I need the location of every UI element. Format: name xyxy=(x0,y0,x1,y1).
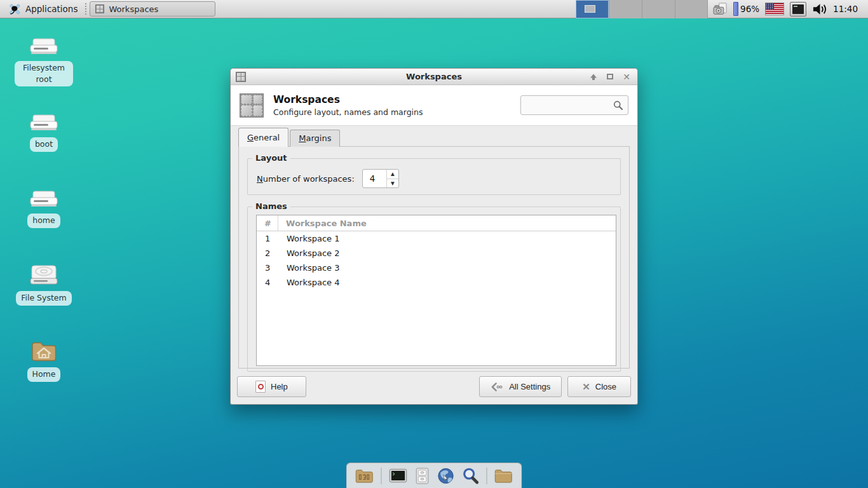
names-group: Names # Workspace Name 1 Workspace 1 2 W… xyxy=(247,207,621,372)
pager-workspace-1[interactable] xyxy=(576,0,609,18)
tab-general-label: General xyxy=(247,133,280,142)
general-tab-page: Layout Number of workspaces: 4 ▲ ▼ Names xyxy=(238,146,630,369)
shade-up-icon[interactable] xyxy=(589,72,598,81)
battery-indicator[interactable]: 96% xyxy=(733,2,759,16)
top-panel: Applications Workspaces 96% 11:4 xyxy=(0,0,868,18)
terminal-icon[interactable] xyxy=(389,468,408,484)
desktop-icon-label: Filesystem root xyxy=(15,61,73,86)
dialog-titlebar[interactable]: Workspaces ✕ xyxy=(231,69,637,85)
row-number: 4 xyxy=(257,278,278,287)
desktop-icon-boot[interactable]: boot xyxy=(9,113,79,152)
dock-separator xyxy=(381,468,382,484)
window-title: Workspaces xyxy=(231,72,637,81)
dialog-button-bar: Help All Settings ✕ Close xyxy=(237,376,631,397)
row-number: 2 xyxy=(257,248,278,258)
screenshot-camera-icon[interactable] xyxy=(713,3,728,16)
table-header[interactable]: # Workspace Name xyxy=(257,215,616,231)
workspace-pager xyxy=(576,0,708,18)
keyboard-layout-icon[interactable] xyxy=(790,2,806,17)
battery-bar-icon xyxy=(733,2,738,16)
tab-margins-label: Margins xyxy=(299,133,331,143)
table-row[interactable]: 1 Workspace 1 xyxy=(257,231,616,246)
close-x-icon: ✕ xyxy=(582,381,590,393)
file-manager-icon[interactable] xyxy=(415,467,430,485)
names-group-title: Names xyxy=(252,201,290,211)
clock[interactable]: 11:40 xyxy=(833,4,860,14)
dialog-header: Workspaces Configure layout, names and m… xyxy=(231,85,637,126)
row-number: 1 xyxy=(257,234,278,243)
bottom-dock xyxy=(346,463,522,488)
close-button[interactable]: ✕ Close xyxy=(567,376,631,397)
disc-drive-icon xyxy=(29,263,59,287)
help-icon xyxy=(255,381,266,393)
drive-icon xyxy=(29,189,59,210)
all-settings-button[interactable]: All Settings xyxy=(479,376,562,397)
system-tray: 96% 11:40 xyxy=(708,2,868,17)
web-browser-icon[interactable] xyxy=(437,467,455,485)
tab-margins[interactable]: Margins xyxy=(290,130,340,147)
pager-workspace-3[interactable] xyxy=(642,0,675,18)
xfce-mouse-icon xyxy=(8,3,21,16)
desktop-icon-label: home xyxy=(27,214,60,228)
us-flag-icon[interactable] xyxy=(765,3,784,15)
drive-icon xyxy=(29,113,59,133)
column-header-number[interactable]: # xyxy=(257,215,278,231)
dialog-subtitle: Configure layout, names and margins xyxy=(273,107,423,117)
folder-icon[interactable] xyxy=(494,468,513,484)
row-number: 3 xyxy=(257,263,278,273)
applications-menu-button[interactable]: Applications xyxy=(0,0,84,18)
pager-workspace-2[interactable] xyxy=(609,0,642,18)
search-field[interactable] xyxy=(520,95,628,115)
workspace-names-table: # Workspace Name 1 Workspace 1 2 Workspa… xyxy=(256,215,616,366)
row-name: Workspace 4 xyxy=(278,278,339,287)
desktop-icon-home[interactable]: Home xyxy=(9,339,79,382)
layout-group: Layout Number of workspaces: 4 ▲ ▼ xyxy=(247,158,621,195)
desktop-icon-home-drive[interactable]: home xyxy=(9,189,79,228)
desktop-icon-file-system[interactable]: File System xyxy=(9,263,79,306)
column-header-name[interactable]: Workspace Name xyxy=(278,215,367,231)
table-row[interactable]: 4 Workspace 4 xyxy=(257,275,616,290)
panel-separator xyxy=(85,3,86,15)
spin-down-button[interactable]: ▼ xyxy=(387,179,398,188)
pager-window-preview xyxy=(585,5,595,13)
workspace-count-spinner[interactable]: 4 ▲ ▼ xyxy=(362,169,399,188)
volume-icon[interactable] xyxy=(812,3,827,16)
layout-group-title: Layout xyxy=(252,153,290,163)
search-icon xyxy=(613,100,623,111)
drive-icon xyxy=(29,37,59,57)
pager-workspace-4[interactable] xyxy=(675,0,708,18)
keyboard-screen xyxy=(792,4,804,14)
dialog-title: Workspaces xyxy=(273,94,423,105)
workspaces-icon xyxy=(240,93,264,118)
help-button[interactable]: Help xyxy=(237,376,306,397)
row-name: Workspace 3 xyxy=(278,263,339,273)
applications-label: Applications xyxy=(25,4,78,14)
tab-general[interactable]: General xyxy=(238,128,288,147)
application-finder-icon[interactable] xyxy=(462,467,480,485)
workspaces-mini-icon xyxy=(95,4,104,13)
row-name: Workspace 1 xyxy=(278,234,339,243)
close-icon[interactable]: ✕ xyxy=(622,72,631,81)
desktop-icon-filesystem-root[interactable]: Filesystem root xyxy=(9,37,79,86)
spin-up-button[interactable]: ▲ xyxy=(387,170,398,179)
table-row[interactable]: 3 Workspace 3 xyxy=(257,261,616,275)
workspaces-dialog: Workspaces ✕ Workspaces Configure layout… xyxy=(230,68,638,405)
directory-menu-icon[interactable] xyxy=(355,468,374,484)
workspace-count-value[interactable]: 4 xyxy=(363,170,386,187)
desktop-icon-label: File System xyxy=(16,291,72,306)
flag-canton xyxy=(766,3,774,10)
battery-percent: 96% xyxy=(740,4,759,14)
table-row[interactable]: 2 Workspace 2 xyxy=(257,246,616,261)
tab-bar: General Margins xyxy=(238,128,630,147)
home-folder-icon xyxy=(30,339,58,363)
help-button-label: Help xyxy=(271,382,288,391)
row-name: Workspace 2 xyxy=(278,248,339,258)
all-settings-label: All Settings xyxy=(509,382,550,391)
desktop-icon-label: boot xyxy=(30,137,58,152)
workspace-count-label: Number of workspaces: xyxy=(257,174,355,184)
taskbar-item-workspaces[interactable]: Workspaces xyxy=(90,1,215,17)
taskbar-item-label: Workspaces xyxy=(109,4,158,14)
search-input[interactable] xyxy=(526,100,613,110)
maximize-icon[interactable] xyxy=(606,72,614,81)
back-overview-icon xyxy=(491,382,504,392)
